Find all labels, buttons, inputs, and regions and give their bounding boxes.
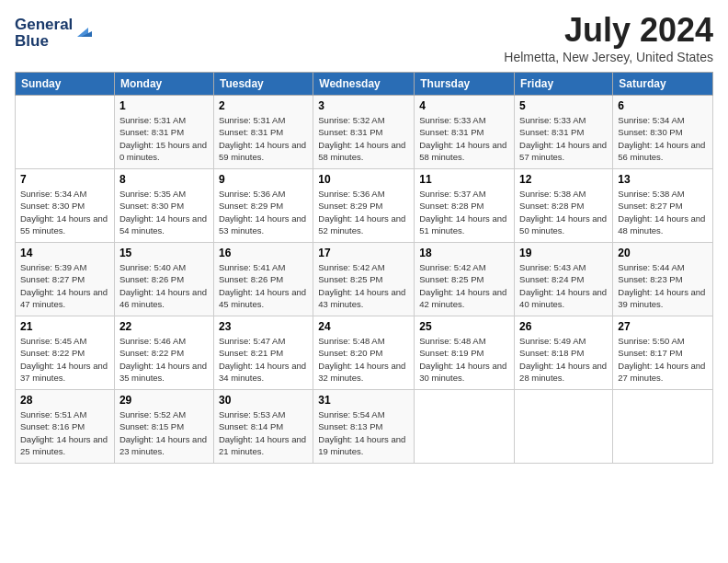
day-info: Sunrise: 5:34 AMSunset: 8:30 PMDaylight:… (618, 114, 708, 163)
day-number: 31 (318, 394, 409, 407)
calendar-cell: 23Sunrise: 5:47 AMSunset: 8:21 PMDayligh… (213, 316, 313, 390)
day-info: Sunrise: 5:50 AMSunset: 8:17 PMDaylight:… (618, 335, 708, 384)
calendar-cell: 6Sunrise: 5:34 AMSunset: 8:30 PMDaylight… (613, 96, 713, 169)
day-number: 12 (519, 173, 608, 186)
subtitle: Helmetta, New Jersey, United States (504, 50, 713, 64)
day-info: Sunrise: 5:36 AMSunset: 8:29 PMDaylight:… (219, 188, 308, 236)
week-row-3: 14Sunrise: 5:39 AMSunset: 8:27 PMDayligh… (16, 243, 713, 316)
calendar-cell: 21Sunrise: 5:45 AMSunset: 8:22 PMDayligh… (16, 316, 115, 390)
calendar-cell: 4Sunrise: 5:33 AMSunset: 8:31 PMDaylight… (415, 96, 515, 169)
day-number: 4 (419, 99, 509, 112)
day-number: 17 (318, 247, 409, 259)
column-header-saturday: Saturday (613, 73, 713, 96)
calendar-cell: 5Sunrise: 5:33 AMSunset: 8:31 PMDaylight… (515, 96, 613, 169)
calendar-cell: 25Sunrise: 5:48 AMSunset: 8:19 PMDayligh… (415, 316, 515, 390)
day-number: 10 (318, 173, 409, 186)
calendar-cell: 20Sunrise: 5:44 AMSunset: 8:23 PMDayligh… (613, 243, 713, 316)
day-info: Sunrise: 5:33 AMSunset: 8:31 PMDaylight:… (519, 114, 608, 163)
day-info: Sunrise: 5:48 AMSunset: 8:20 PMDaylight:… (318, 335, 409, 384)
day-info: Sunrise: 5:47 AMSunset: 8:21 PMDaylight:… (219, 335, 308, 384)
day-info: Sunrise: 5:31 AMSunset: 8:31 PMDaylight:… (119, 114, 209, 163)
header: General Blue July 2024 Helmetta, New Jer… (15, 11, 713, 64)
calendar-cell: 10Sunrise: 5:36 AMSunset: 8:29 PMDayligh… (313, 169, 415, 243)
day-number: 30 (219, 394, 308, 407)
week-row-1: 1Sunrise: 5:31 AMSunset: 8:31 PMDaylight… (16, 96, 713, 169)
calendar-cell: 2Sunrise: 5:31 AMSunset: 8:31 PMDaylight… (213, 96, 313, 169)
week-row-4: 21Sunrise: 5:45 AMSunset: 8:22 PMDayligh… (16, 316, 713, 390)
day-info: Sunrise: 5:33 AMSunset: 8:31 PMDaylight:… (419, 114, 509, 163)
calendar-table: SundayMondayTuesdayWednesdayThursdayFrid… (15, 72, 713, 464)
calendar-cell: 9Sunrise: 5:36 AMSunset: 8:29 PMDaylight… (213, 169, 313, 243)
day-info: Sunrise: 5:39 AMSunset: 8:27 PMDaylight:… (20, 261, 109, 310)
day-number: 5 (519, 99, 608, 112)
day-number: 16 (219, 247, 308, 259)
day-number: 3 (318, 99, 409, 112)
column-header-thursday: Thursday (415, 73, 515, 96)
day-number: 7 (20, 173, 109, 186)
calendar-cell: 27Sunrise: 5:50 AMSunset: 8:17 PMDayligh… (613, 316, 713, 390)
calendar-cell: 28Sunrise: 5:51 AMSunset: 8:16 PMDayligh… (16, 390, 115, 464)
day-info: Sunrise: 5:54 AMSunset: 8:13 PMDaylight:… (318, 408, 409, 457)
day-number: 15 (119, 247, 209, 259)
calendar-cell: 7Sunrise: 5:34 AMSunset: 8:30 PMDaylight… (16, 169, 115, 243)
calendar-cell: 13Sunrise: 5:38 AMSunset: 8:27 PMDayligh… (613, 169, 713, 243)
column-header-tuesday: Tuesday (213, 73, 313, 96)
day-number: 1 (119, 99, 209, 112)
title-section: July 2024 Helmetta, New Jersey, United S… (504, 11, 713, 64)
day-number: 23 (219, 320, 308, 333)
day-info: Sunrise: 5:52 AMSunset: 8:15 PMDaylight:… (119, 408, 209, 457)
day-number: 13 (618, 173, 708, 186)
calendar-cell: 1Sunrise: 5:31 AMSunset: 8:31 PMDaylight… (114, 96, 213, 169)
day-number: 28 (20, 394, 109, 407)
day-info: Sunrise: 5:38 AMSunset: 8:27 PMDaylight:… (618, 188, 708, 236)
day-info: Sunrise: 5:51 AMSunset: 8:16 PMDaylight:… (20, 408, 109, 457)
day-number: 11 (419, 173, 509, 186)
day-info: Sunrise: 5:38 AMSunset: 8:28 PMDaylight:… (519, 188, 608, 236)
calendar-cell: 15Sunrise: 5:40 AMSunset: 8:26 PMDayligh… (114, 243, 213, 316)
day-number: 27 (618, 320, 708, 333)
calendar-cell: 14Sunrise: 5:39 AMSunset: 8:27 PMDayligh… (16, 243, 115, 316)
calendar-cell (415, 390, 515, 464)
day-number: 24 (318, 320, 409, 333)
svg-text:Blue: Blue (15, 32, 49, 50)
day-number: 18 (419, 247, 509, 259)
calendar-cell: 3Sunrise: 5:32 AMSunset: 8:31 PMDaylight… (313, 96, 415, 169)
day-info: Sunrise: 5:32 AMSunset: 8:31 PMDaylight:… (318, 114, 409, 163)
day-info: Sunrise: 5:42 AMSunset: 8:25 PMDaylight:… (419, 261, 509, 310)
calendar-cell: 24Sunrise: 5:48 AMSunset: 8:20 PMDayligh… (313, 316, 415, 390)
calendar-cell: 18Sunrise: 5:42 AMSunset: 8:25 PMDayligh… (415, 243, 515, 316)
calendar-cell (16, 96, 115, 169)
calendar-cell: 8Sunrise: 5:35 AMSunset: 8:30 PMDaylight… (114, 169, 213, 243)
page-container: General Blue July 2024 Helmetta, New Jer… (0, 0, 728, 475)
day-info: Sunrise: 5:45 AMSunset: 8:22 PMDaylight:… (20, 335, 109, 384)
day-number: 25 (419, 320, 509, 333)
day-number: 9 (219, 173, 308, 186)
day-number: 20 (618, 247, 708, 259)
day-info: Sunrise: 5:40 AMSunset: 8:26 PMDaylight:… (119, 261, 209, 310)
day-number: 8 (119, 173, 209, 186)
day-number: 19 (519, 247, 608, 259)
column-header-friday: Friday (515, 73, 613, 96)
day-number: 22 (119, 320, 209, 333)
day-info: Sunrise: 5:41 AMSunset: 8:26 PMDaylight:… (219, 261, 308, 310)
week-row-5: 28Sunrise: 5:51 AMSunset: 8:16 PMDayligh… (16, 390, 713, 464)
logo-text: General Blue (15, 11, 97, 55)
day-number: 29 (119, 394, 209, 407)
calendar-cell (515, 390, 613, 464)
column-header-sunday: Sunday (16, 73, 115, 96)
week-row-2: 7Sunrise: 5:34 AMSunset: 8:30 PMDaylight… (16, 169, 713, 243)
day-info: Sunrise: 5:34 AMSunset: 8:30 PMDaylight:… (20, 188, 109, 236)
month-title: July 2024 (504, 11, 713, 50)
day-info: Sunrise: 5:53 AMSunset: 8:14 PMDaylight:… (219, 408, 308, 457)
day-number: 21 (20, 320, 109, 333)
day-info: Sunrise: 5:35 AMSunset: 8:30 PMDaylight:… (119, 188, 209, 236)
calendar-cell: 12Sunrise: 5:38 AMSunset: 8:28 PMDayligh… (515, 169, 613, 243)
day-info: Sunrise: 5:42 AMSunset: 8:25 PMDaylight:… (318, 261, 409, 310)
calendar-cell: 22Sunrise: 5:46 AMSunset: 8:22 PMDayligh… (114, 316, 213, 390)
logo: General Blue (15, 11, 97, 55)
day-info: Sunrise: 5:31 AMSunset: 8:31 PMDaylight:… (219, 114, 308, 163)
calendar-cell (613, 390, 713, 464)
day-info: Sunrise: 5:46 AMSunset: 8:22 PMDaylight:… (119, 335, 209, 384)
column-header-wednesday: Wednesday (313, 73, 415, 96)
day-number: 14 (20, 247, 109, 259)
